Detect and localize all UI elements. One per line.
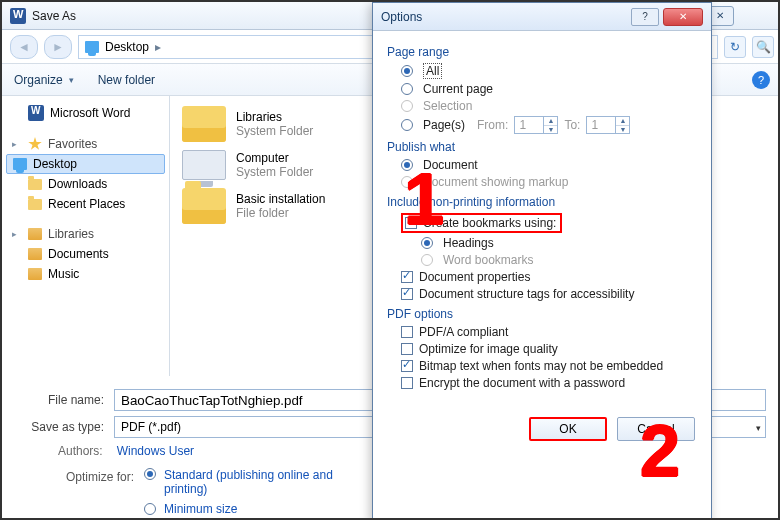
organize-menu[interactable]: Organize — [14, 73, 74, 87]
libraries-icon — [28, 228, 42, 240]
options-help-button[interactable]: ? — [631, 8, 659, 26]
library-icon — [28, 248, 42, 260]
bitmap-text-checkbox[interactable] — [401, 360, 413, 372]
word-app-icon — [10, 8, 26, 24]
options-title: Options — [381, 10, 422, 24]
chevron-right-icon: ▸ — [155, 40, 161, 54]
range-selection-radio — [401, 100, 413, 112]
authors-label: Authors: — [58, 444, 103, 458]
nav-forward-button[interactable]: ► — [44, 35, 72, 59]
authors-value[interactable]: Windows User — [117, 444, 194, 458]
optimize-min-label: Minimum size — [164, 502, 237, 516]
struct-tags-label: Document structure tags for accessibilit… — [419, 287, 634, 301]
range-all-radio[interactable] — [401, 65, 413, 77]
new-folder-button[interactable]: New folder — [98, 73, 155, 87]
libraries-folder-icon — [182, 106, 226, 142]
tree-arrow-icon: ▸ — [12, 139, 22, 149]
range-pages-label: Page(s) — [423, 118, 465, 132]
nav-sidebar: Microsoft Word ▸ Favorites Desktop Downl… — [2, 96, 170, 376]
library-icon — [28, 268, 42, 280]
star-icon — [28, 137, 42, 151]
optimize-img-checkbox[interactable] — [401, 343, 413, 355]
ok-button[interactable]: OK — [529, 417, 607, 441]
options-close-button[interactable]: ✕ — [663, 8, 703, 26]
options-titlebar: Options ? ✕ — [373, 3, 711, 31]
range-selection-label: Selection — [423, 99, 472, 113]
folder-icon — [28, 179, 42, 190]
encrypt-label: Encrypt the document with a password — [419, 376, 625, 390]
section-page-range: Page range — [387, 45, 697, 59]
pdfa-checkbox[interactable] — [401, 326, 413, 338]
breadcrumb-location: Desktop — [105, 40, 149, 54]
encrypt-checkbox[interactable] — [401, 377, 413, 389]
doc-props-label: Document properties — [419, 270, 530, 284]
optimize-standard-label: Standard (publishing online and printing… — [164, 468, 334, 496]
tree-arrow-icon: ▸ — [12, 229, 22, 239]
sidebar-item-downloads[interactable]: Downloads — [2, 174, 169, 194]
range-pages-radio[interactable] — [401, 119, 413, 131]
annotation-number-1: 1 — [404, 158, 444, 240]
range-current-label: Current page — [423, 82, 493, 96]
bitmap-text-label: Bitmap text when fonts may not be embedd… — [419, 359, 663, 373]
search-button[interactable]: 🔍 — [752, 36, 774, 58]
computer-icon — [182, 150, 226, 180]
save-type-label: Save as type: — [18, 420, 104, 434]
optimize-label: Optimize for: — [66, 468, 134, 484]
bookmarks-word-label: Word bookmarks — [443, 253, 533, 267]
sidebar-header-libraries[interactable]: ▸ Libraries — [2, 224, 169, 244]
refresh-button[interactable]: ↻ — [724, 36, 746, 58]
from-label: From: — [477, 118, 508, 132]
folder-icon — [28, 199, 42, 210]
sidebar-item-documents[interactable]: Documents — [2, 244, 169, 264]
word-doc-icon — [28, 105, 44, 121]
optimize-min-radio[interactable] — [144, 503, 156, 515]
sidebar-item-desktop[interactable]: Desktop — [6, 154, 165, 174]
section-publish-what: Publish what — [387, 140, 697, 154]
annotation-number-2: 2 — [640, 410, 680, 492]
pdfa-label: PDF/A compliant — [419, 325, 508, 339]
bookmarks-word-radio — [421, 254, 433, 266]
publish-markup-label: Document showing markup — [423, 175, 568, 189]
file-name-label: File name: — [18, 393, 104, 407]
range-all-label: All — [423, 63, 442, 79]
help-icon[interactable]: ? — [752, 71, 770, 89]
section-pdf-options: PDF options — [387, 307, 697, 321]
doc-props-checkbox[interactable] — [401, 271, 413, 283]
nav-back-button[interactable]: ◄ — [10, 35, 38, 59]
optimize-img-label: Optimize for image quality — [419, 342, 558, 356]
desktop-icon — [13, 158, 27, 170]
desktop-icon — [85, 41, 99, 53]
folder-icon — [182, 188, 226, 224]
from-spinner[interactable]: 1▲▼ — [514, 116, 558, 134]
bookmarks-headings-label: Headings — [443, 236, 494, 250]
optimize-standard-radio[interactable] — [144, 468, 156, 480]
sidebar-header-favorites[interactable]: ▸ Favorites — [2, 134, 169, 154]
to-spinner[interactable]: 1▲▼ — [586, 116, 630, 134]
sidebar-item-recent[interactable]: Recent Places — [2, 194, 169, 214]
sidebar-item-msword[interactable]: Microsoft Word — [2, 102, 169, 124]
sidebar-item-music[interactable]: Music — [2, 264, 169, 284]
range-current-radio[interactable] — [401, 83, 413, 95]
struct-tags-checkbox[interactable] — [401, 288, 413, 300]
to-label: To: — [564, 118, 580, 132]
